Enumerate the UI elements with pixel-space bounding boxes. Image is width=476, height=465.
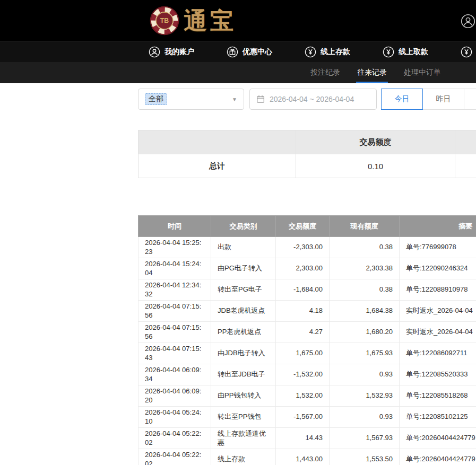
nav-item-my-account[interactable]: 我的账户 [149,46,194,58]
cell-balance: 1,553.50 [330,449,400,465]
cell-amount: 1,443.00 [276,449,330,465]
summary-header-clipped [455,130,476,154]
cell-summary: 单号:122086092711 [400,343,476,364]
cell-amount: 4.27 [276,322,330,343]
quick-button-clipped[interactable] [464,89,476,110]
cell-time: 2026-04-04 05:22:02 [139,449,211,465]
yesterday-button[interactable]: 昨日 [422,89,464,110]
summary-total-label: 总计 [139,154,296,178]
cell-summary: 实时返水_2026-04-04 [400,301,476,322]
nav-label: 我的账户 [165,47,194,57]
calendar-icon [256,95,265,103]
chevron-down-icon: ▼ [232,96,237,102]
cell-summary: 单号:20260404424779 [400,449,476,465]
cell-type: 由PG电子转入 [211,258,276,279]
type-select[interactable]: 全部 ▼ [138,89,244,110]
summary-header-empty [139,130,296,154]
cell-amount: -2,303.00 [276,237,330,258]
cell-time: 2026-04-04 07:15:56 [139,301,211,322]
cell-summary: 单号:122085102125 [400,407,476,428]
chip-text: TB [160,17,169,24]
nav-label: 线上存款 [321,47,350,57]
tab-bet-records[interactable]: 投注纪录 [310,62,340,83]
cell-amount: 14.43 [276,428,330,449]
transactions-header-row: 时间 交易类别 交易额度 现有额度 摘要 [139,216,476,237]
cell-summary: 实时返水_2026-04-04 [400,322,476,343]
cell-balance: 0.38 [330,279,400,301]
cell-amount: 2,303.00 [276,258,330,279]
nav-item-promo-center[interactable]: 优惠中心 [227,46,272,58]
cell-amount: -1,684.00 [276,279,330,301]
nav-label: 优惠中心 [243,47,272,57]
withdraw-coin-icon [383,46,394,58]
poker-chip-icon: TB [150,6,179,36]
cell-summary: 单号:122085520333 [400,364,476,385]
cell-amount: 1,675.00 [276,343,330,364]
cell-type: PP老虎机返点 [211,322,276,343]
cell-summary: 单号:122090246324 [400,258,476,279]
table-row: 2026-04-04 15:24:04由PG电子转入2,303.002,303.… [139,258,476,279]
content-area: 全部 ▼ 2026-04-04 ~ 2026-04-04 今日 昨日 [138,83,476,465]
cell-type: 线上存款 [211,449,276,465]
col-amount: 交易额度 [276,216,330,237]
cell-amount: 4.18 [276,301,330,322]
cell-type: 转出至PP钱包 [211,407,276,428]
nav-item-transfer[interactable] [461,46,476,58]
cell-time: 2026-04-04 12:34:32 [139,279,211,301]
table-row: 2026-04-04 06:09:20由PP钱包转入1,532.001,532.… [139,385,476,407]
nav-item-online-withdraw[interactable]: 线上取款 [383,46,428,58]
table-row: 2026-04-04 07:15:43由JDB电子转入1,675.001,675… [139,343,476,364]
cell-summary: 单号:122088910978 [400,279,476,301]
top-header: TB 通宝 [0,0,476,41]
logo-text: 通宝 [184,9,237,32]
cell-amount: -1,532.00 [276,364,330,385]
tab-processing-orders[interactable]: 处理中订单 [404,62,441,83]
cell-time: 2026-04-04 07:15:43 [139,343,211,364]
page: TB 通宝 我的账户 优 [0,0,476,465]
table-row: 2026-04-04 15:25:23出款-2,303.000.38单号:776… [139,237,476,258]
summary-total-value: 0.10 [296,154,455,178]
type-select-value: 全部 [145,93,167,105]
table-row: 2026-04-04 12:34:32转出至PG电子-1,684.000.38单… [139,279,476,301]
cell-time: 2026-04-04 06:09:20 [139,385,211,407]
cell-balance: 1,680.20 [330,322,400,343]
table-row: 2026-04-04 05:22:02线上存款1,443.001,553.50单… [139,449,476,465]
cell-type: 由PP钱包转入 [211,385,276,407]
tab-transaction-records[interactable]: 往来记录 [357,62,387,83]
gift-icon [227,46,238,58]
record-tabbar: 投注纪录 往来记录 处理中订单 [0,62,476,83]
date-range-input[interactable]: 2026-04-04 ~ 2026-04-04 [249,89,377,110]
transfer-coin-icon [461,46,472,58]
col-balance: 现有额度 [330,216,400,237]
summary-row: 总计 0.10 [139,154,476,178]
deposit-coin-icon [305,46,316,58]
cell-summary: 单号:122085518268 [400,385,476,407]
transactions-table: 时间 交易类别 交易额度 现有额度 摘要 2026-04-04 15:25:23… [138,215,476,465]
nav-label: 线上取款 [399,47,428,57]
cell-type: 由JDB电子转入 [211,343,276,364]
table-row: 2026-04-04 05:24:10转出至PP钱包-1,567.000.93单… [139,407,476,428]
cell-summary: 单号:20260404424779 [400,428,476,449]
cell-type: 转出至PG电子 [211,279,276,301]
nav-item-online-deposit[interactable]: 线上存款 [305,46,350,58]
summary-table: 交易额度 总计 0.10 [138,130,476,178]
cell-balance: 0.38 [330,237,400,258]
summary-value-clipped [455,154,476,178]
cell-time: 2026-04-04 15:25:23 [139,237,211,258]
cell-type: 转出至JDB电子 [211,364,276,385]
col-time: 时间 [139,216,211,237]
main-nav: 我的账户 优惠中心 线上存款 线上取款 [0,41,476,62]
today-button[interactable]: 今日 [381,89,423,110]
account-avatar-icon[interactable] [461,14,475,29]
cell-time: 2026-04-04 15:24:04 [139,258,211,279]
summary-header-amount: 交易额度 [296,130,455,154]
quick-date-buttons: 今日 昨日 [381,89,476,110]
user-icon [149,46,160,58]
table-row: 2026-04-04 06:09:34转出至JDB电子-1,532.000.93… [139,364,476,385]
cell-amount: -1,567.00 [276,407,330,428]
cell-time: 2026-04-04 07:15:56 [139,322,211,343]
table-row: 2026-04-04 05:22:02线上存款通道优惠14.431,567.93… [139,428,476,449]
brand-logo[interactable]: TB 通宝 [150,6,237,36]
transactions-body: 2026-04-04 15:25:23出款-2,303.000.38单号:776… [139,237,476,465]
cell-type: JDB老虎机返点 [211,301,276,322]
